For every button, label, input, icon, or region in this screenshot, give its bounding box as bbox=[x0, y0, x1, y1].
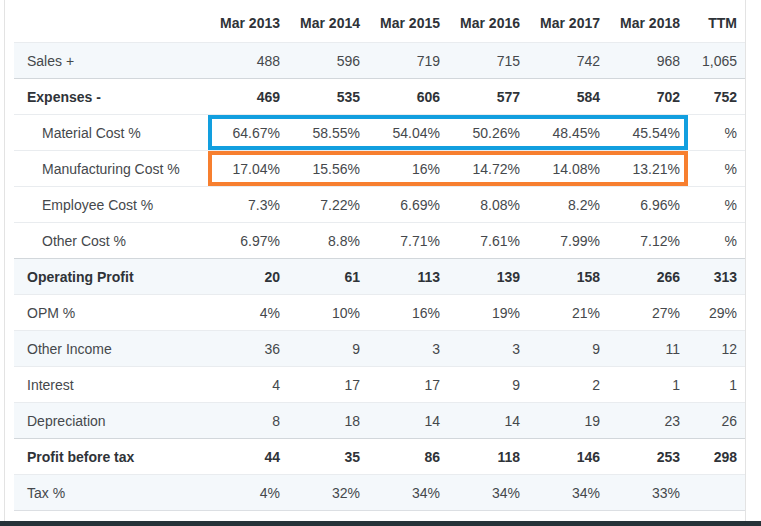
cell: 584 bbox=[528, 79, 608, 115]
row-label: Other Income bbox=[14, 331, 208, 367]
table-row: Employee Cost %7.3%7.22%6.69%8.08%8.2%6.… bbox=[14, 187, 745, 223]
column-header: Mar 2015 bbox=[368, 3, 448, 43]
cell-highlighted: 45.54% bbox=[608, 115, 688, 151]
cell: 139 bbox=[448, 259, 528, 295]
cell: % bbox=[688, 187, 745, 223]
cell: 266 bbox=[608, 259, 688, 295]
cell: 118 bbox=[448, 439, 528, 475]
cell: 6.96% bbox=[608, 187, 688, 223]
cell: % bbox=[688, 151, 745, 187]
table-row: Manufacturing Cost %17.04%15.56%16%14.72… bbox=[14, 151, 745, 187]
cell: 4% bbox=[208, 295, 288, 331]
cell: 17 bbox=[288, 367, 368, 403]
cell: 34% bbox=[528, 475, 608, 511]
row-label-expandable[interactable]: Expenses - bbox=[14, 79, 208, 115]
cell: % bbox=[688, 115, 745, 151]
cell: 9 bbox=[288, 331, 368, 367]
cell: 20 bbox=[208, 259, 288, 295]
cell: 34% bbox=[448, 475, 528, 511]
cell: 298 bbox=[688, 439, 745, 475]
cell: 11 bbox=[608, 331, 688, 367]
cell: 1,065 bbox=[688, 43, 745, 79]
cell: 1 bbox=[608, 367, 688, 403]
cell: % bbox=[688, 223, 745, 259]
column-header: Mar 2017 bbox=[528, 3, 608, 43]
column-header: Mar 2018 bbox=[608, 3, 688, 43]
cell: 14 bbox=[448, 403, 528, 439]
cell: 7.3% bbox=[208, 187, 288, 223]
cell-highlighted: 54.04% bbox=[368, 115, 448, 151]
column-header: Mar 2014 bbox=[288, 3, 368, 43]
cell: 17 bbox=[368, 367, 448, 403]
cell: 10% bbox=[288, 295, 368, 331]
row-label: Tax % bbox=[14, 475, 208, 511]
cell: 7.61% bbox=[448, 223, 528, 259]
cell: 4% bbox=[208, 475, 288, 511]
cell: 3 bbox=[448, 331, 528, 367]
row-label-expandable[interactable]: Sales + bbox=[14, 43, 208, 79]
cell: 535 bbox=[288, 79, 368, 115]
cell bbox=[688, 475, 745, 511]
cell: 4 bbox=[208, 367, 288, 403]
cell: 3 bbox=[368, 331, 448, 367]
row-label: Operating Profit bbox=[14, 259, 208, 295]
cell: 719 bbox=[368, 43, 448, 79]
cell: 26 bbox=[688, 403, 745, 439]
cell: 16% bbox=[368, 295, 448, 331]
cell: 33% bbox=[608, 475, 688, 511]
cell: 19 bbox=[528, 403, 608, 439]
cell: 488 bbox=[208, 43, 288, 79]
table-row: OPM %4%10%16%19%21%27%29% bbox=[14, 295, 745, 331]
table-row: Interest417179211 bbox=[14, 367, 745, 403]
bottom-bar bbox=[0, 521, 761, 526]
cell: 7.71% bbox=[368, 223, 448, 259]
cell: 158 bbox=[528, 259, 608, 295]
cell: 715 bbox=[448, 43, 528, 79]
column-header: Mar 2016 bbox=[448, 3, 528, 43]
cell: 253 bbox=[608, 439, 688, 475]
cell: 32% bbox=[288, 475, 368, 511]
row-label: OPM % bbox=[14, 295, 208, 331]
cell: 968 bbox=[608, 43, 688, 79]
cell-highlighted: 64.67% bbox=[208, 115, 288, 151]
table-header-row: Mar 2013Mar 2014Mar 2015Mar 2016Mar 2017… bbox=[14, 3, 745, 43]
cell: 1 bbox=[688, 367, 745, 403]
cell: 44 bbox=[208, 439, 288, 475]
table-row: Sales +4885967197157429681,065 bbox=[14, 43, 745, 79]
cell: 18 bbox=[288, 403, 368, 439]
page: Mar 2013Mar 2014Mar 2015Mar 2016Mar 2017… bbox=[0, 0, 761, 526]
cell: 27% bbox=[608, 295, 688, 331]
row-label: Interest bbox=[14, 367, 208, 403]
table-row: Other Income3693391112 bbox=[14, 331, 745, 367]
page-right-border bbox=[745, 0, 746, 526]
table-row: Depreciation8181414192326 bbox=[14, 403, 745, 439]
cell: 8 bbox=[208, 403, 288, 439]
cell-highlighted: 58.55% bbox=[288, 115, 368, 151]
row-label: Depreciation bbox=[14, 403, 208, 439]
table-row: Other Cost %6.97%8.8%7.71%7.61%7.99%7.12… bbox=[14, 223, 745, 259]
cell-highlighted: 13.21% bbox=[608, 151, 688, 187]
cell: 36 bbox=[208, 331, 288, 367]
cell: 577 bbox=[448, 79, 528, 115]
cell-highlighted: 15.56% bbox=[288, 151, 368, 187]
cell: 742 bbox=[528, 43, 608, 79]
cell: 606 bbox=[368, 79, 448, 115]
cell-highlighted: 14.72% bbox=[448, 151, 528, 187]
table-row: Operating Profit2061113139158266313 bbox=[14, 259, 745, 295]
cell: 12 bbox=[688, 331, 745, 367]
cell: 146 bbox=[528, 439, 608, 475]
cell: 86 bbox=[368, 439, 448, 475]
row-label: Manufacturing Cost % bbox=[14, 151, 208, 187]
cell: 113 bbox=[368, 259, 448, 295]
cell: 752 bbox=[688, 79, 745, 115]
cell: 61 bbox=[288, 259, 368, 295]
cell: 14 bbox=[368, 403, 448, 439]
row-label: Material Cost % bbox=[14, 115, 208, 151]
cell: 596 bbox=[288, 43, 368, 79]
profit-loss-table: Mar 2013Mar 2014Mar 2015Mar 2016Mar 2017… bbox=[14, 3, 745, 511]
cell: 29% bbox=[688, 295, 745, 331]
cell-highlighted: 17.04% bbox=[208, 151, 288, 187]
table-row: Tax %4%32%34%34%34%33% bbox=[14, 475, 745, 511]
cell: 8.2% bbox=[528, 187, 608, 223]
row-label: Other Cost % bbox=[14, 223, 208, 259]
